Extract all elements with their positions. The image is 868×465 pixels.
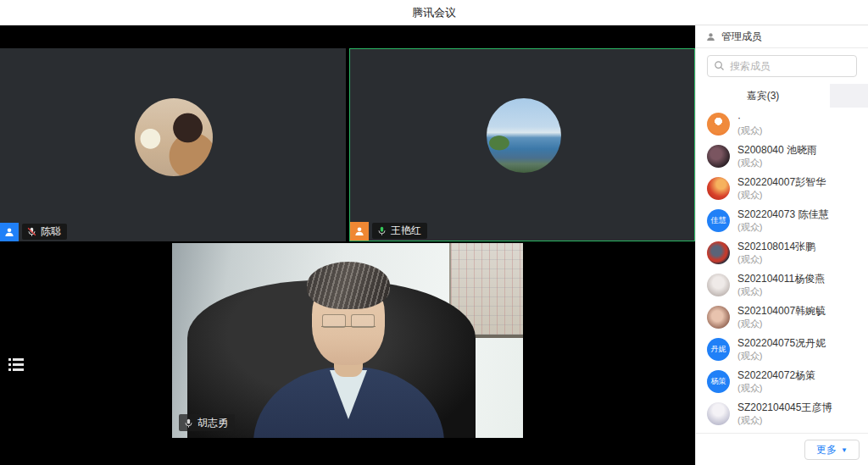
member-name: · (737, 112, 762, 125)
mic-muted-icon (26, 226, 37, 237)
participant-name-label: 陈聪 (22, 224, 67, 240)
member-avatar (707, 113, 730, 136)
participant-name-label: 王艳红 (372, 223, 427, 239)
member-role: (观众) (737, 221, 828, 233)
member-name: S202204072杨策 (737, 369, 815, 382)
member-row[interactable]: 佳慧 S202204073 陈佳慧 (观众) (696, 204, 868, 236)
member-row[interactable]: 丹妮 S202204075况丹妮 (观众) (696, 333, 868, 365)
person-icon (353, 225, 365, 237)
member-tabs: 嘉宾(3) (696, 84, 868, 108)
member-name: S202204075况丹妮 (737, 337, 826, 350)
tab-guests[interactable]: 嘉宾(3) (696, 84, 830, 108)
member-row[interactable]: SZ202104045王彦博 (观众) (696, 397, 868, 429)
member-text: S202204075况丹妮 (观众) (737, 337, 826, 362)
member-text: S202104007韩婉毓 (观众) (737, 305, 826, 329)
mic-icon (183, 418, 194, 429)
member-role: (观众) (737, 157, 817, 169)
member-text: S202108014张鹏 (观众) (737, 241, 815, 265)
participant-name: 陈聪 (41, 224, 61, 239)
role-badge (350, 222, 369, 241)
member-avatar (707, 402, 730, 425)
video-tile-2-active[interactable]: 王艳红 (349, 48, 695, 241)
tencent-meeting-window: 腾讯会议 陈聪 (0, 0, 868, 465)
participant-name-label: 胡志勇 (179, 414, 235, 431)
member-row[interactable]: S202108014张鹏 (观众) (696, 236, 868, 268)
window-titlebar[interactable]: 腾讯会议 (0, 0, 868, 25)
member-avatar (707, 177, 730, 200)
member-name: SZ202104045王彦博 (737, 401, 832, 414)
member-avatar: 杨策 (707, 370, 730, 393)
member-name: S202108014张鹏 (737, 241, 815, 253)
search-icon (713, 59, 726, 72)
chevron-down-icon: ▼ (841, 446, 848, 454)
member-avatar (707, 241, 730, 264)
member-avatar (707, 274, 730, 296)
member-avatar (707, 145, 730, 168)
member-row[interactable]: S2008040 池晓雨 (观众) (696, 140, 868, 172)
more-button-label: 更多 (816, 443, 837, 457)
person-icon (3, 226, 15, 238)
member-panel-title: 管理成员 (721, 30, 762, 44)
member-text: S202204072杨策 (观众) (737, 369, 815, 394)
member-text: S202204007彭智华 (观众) (737, 176, 826, 201)
person-glasses (321, 314, 376, 327)
member-panel-header: 管理成员 (696, 25, 868, 48)
person-hair (307, 262, 390, 309)
video-stage: 陈聪 王艳红 (0, 25, 695, 465)
member-role: (观众) (737, 350, 826, 362)
member-name: S202104007韩婉毓 (737, 305, 826, 318)
participant-avatar-photo (135, 98, 213, 176)
member-role: (观众) (737, 125, 762, 136)
member-role: (观众) (737, 285, 825, 297)
tab-guests-label: 嘉宾(3) (747, 89, 780, 103)
member-text: S202204073 陈佳慧 (观众) (737, 208, 828, 233)
layout-list-icon[interactable] (7, 356, 25, 373)
member-role: (观众) (737, 382, 815, 394)
member-role: (观众) (737, 189, 826, 201)
member-row[interactable]: · (观众) (696, 108, 868, 140)
member-name: S202204007彭智华 (737, 176, 826, 189)
more-button[interactable]: 更多 ▼ (804, 440, 860, 460)
member-text: SZ202104045王彦博 (观众) (737, 401, 832, 426)
role-badge (0, 223, 19, 241)
member-panel-footer: 更多 ▼ (696, 433, 868, 465)
participant-avatar-photo (487, 98, 561, 173)
member-role: (观众) (737, 318, 826, 329)
member-avatar: 丹妮 (707, 338, 730, 361)
window-title: 腾讯会议 (412, 5, 456, 20)
member-avatar (707, 306, 730, 329)
member-name: S202204073 陈佳慧 (737, 208, 828, 221)
member-role: (观众) (737, 414, 832, 426)
search-input[interactable] (707, 55, 857, 77)
member-text: S202104011杨俊燕 (观众) (737, 273, 825, 297)
member-row[interactable]: S202204007彭智华 (观众) (696, 172, 868, 204)
person-icon (705, 31, 716, 42)
video-tile-1[interactable]: 陈聪 (0, 48, 346, 241)
member-text: · (观众) (737, 112, 762, 136)
participant-name: 胡志勇 (198, 416, 228, 430)
member-text: S2008040 池晓雨 (观众) (737, 144, 817, 169)
member-search (707, 55, 868, 77)
member-list: · (观众) S2008040 池晓雨 (观众) S202204007彭智华 (… (696, 108, 868, 436)
member-name: S202104011杨俊燕 (737, 273, 825, 285)
member-panel: 管理成员 嘉宾(3) · (观众) S2008040 池晓雨 (观众) S202… (695, 25, 868, 465)
member-row[interactable]: S202104011杨俊燕 (观众) (696, 268, 868, 301)
member-row[interactable]: S202104007韩婉毓 (观众) (696, 301, 868, 333)
participant-name: 王艳红 (391, 224, 421, 238)
member-row[interactable]: 杨策 S202204072杨策 (观众) (696, 365, 868, 397)
member-avatar: 佳慧 (707, 209, 730, 232)
video-tile-3-camera[interactable]: 胡志勇 (172, 243, 523, 438)
mic-active-icon (376, 225, 387, 236)
member-role: (观众) (737, 253, 815, 265)
member-name: S2008040 池晓雨 (737, 144, 817, 157)
